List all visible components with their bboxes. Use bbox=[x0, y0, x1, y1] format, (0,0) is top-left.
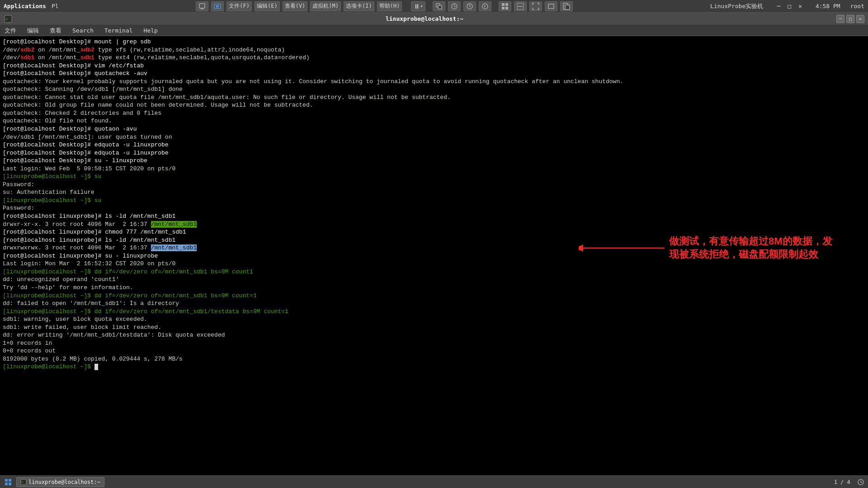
terminal-menu-bar: 文件 编辑 查看 Search Terminal Help bbox=[0, 25, 868, 36]
taskbar-terminal[interactable]: >_ linuxprobe@localhost:~ bbox=[16, 477, 104, 487]
menu-view[interactable]: 查看 bbox=[48, 27, 63, 35]
taskbar-start-icon[interactable] bbox=[4, 478, 13, 487]
edit-menu[interactable]: 编辑(E) bbox=[255, 1, 280, 11]
top-bar-right: LinuxProbe实验机 ─ □ ✕ 4:58 PM root bbox=[710, 2, 864, 10]
clock3-btn[interactable] bbox=[479, 1, 491, 11]
maximize-button[interactable]: □ bbox=[846, 15, 854, 23]
clock-btn[interactable] bbox=[448, 1, 461, 11]
user-display: root bbox=[850, 3, 864, 9]
time-display: 4:58 PM bbox=[816, 3, 840, 9]
minimize-button[interactable]: ─ bbox=[836, 15, 844, 23]
vm-menu[interactable]: 虚拟机(M) bbox=[310, 1, 341, 11]
grid-btn[interactable] bbox=[499, 1, 511, 11]
menu-help[interactable]: Help bbox=[142, 27, 160, 34]
taskbar-left: >_ linuxprobe@localhost:~ bbox=[4, 477, 104, 487]
terminal-window[interactable]: [root@localhost Desktop]# mount | grep s… bbox=[0, 36, 868, 475]
menu-search[interactable]: Search bbox=[71, 27, 95, 34]
menu-file[interactable]: 文件 bbox=[3, 27, 18, 35]
close-button[interactable]: ✕ bbox=[856, 15, 864, 23]
window-title: linuxprobe@localhost:~ bbox=[13, 15, 836, 22]
system-top-bar: Applications Pl 文件(F) 编辑(E) 查看(V) 虚拟机(M)… bbox=[0, 0, 868, 13]
vm-icon2[interactable] bbox=[211, 1, 224, 11]
svg-line-32 bbox=[861, 482, 862, 483]
svg-rect-11 bbox=[502, 3, 505, 6]
top-bar-toolbar: 文件(F) 编辑(E) 查看(V) 虚拟机(M) 选项卡(I) 帮助(H) ⏸ … bbox=[196, 1, 573, 11]
title-bar-icons: >_ bbox=[4, 14, 13, 23]
clock2-btn[interactable] bbox=[463, 1, 476, 11]
menu-edit[interactable]: 编辑 bbox=[25, 27, 41, 35]
taskbar-terminal-label: linuxprobe@localhost:~ bbox=[28, 479, 100, 485]
svg-rect-1 bbox=[201, 9, 203, 9]
window-close-small[interactable]: ✕ bbox=[798, 3, 802, 9]
svg-point-3 bbox=[216, 5, 219, 8]
svg-rect-5 bbox=[438, 5, 442, 9]
view-menu[interactable]: 查看(V) bbox=[283, 1, 308, 11]
taskbar: >_ linuxprobe@localhost:~ 1 / 4 bbox=[0, 475, 868, 488]
svg-text:>_: >_ bbox=[21, 480, 26, 484]
minus-btn[interactable] bbox=[514, 1, 527, 11]
svg-rect-17 bbox=[548, 4, 554, 9]
window-minimize-small[interactable]: ─ bbox=[777, 3, 780, 9]
svg-rect-14 bbox=[505, 7, 508, 9]
taskbar-right: 1 / 4 bbox=[834, 479, 864, 486]
places-menu[interactable]: Pl bbox=[52, 3, 59, 9]
menu-terminal[interactable]: Terminal bbox=[103, 27, 135, 34]
applications-menu[interactable]: Applications bbox=[4, 3, 46, 9]
svg-rect-24 bbox=[5, 479, 8, 482]
terminal-app-icon: >_ bbox=[4, 14, 13, 23]
window-controls: ─ □ ✕ bbox=[836, 15, 864, 23]
terminal-output: [root@localhost Desktop]# mount | grep s… bbox=[3, 38, 865, 371]
svg-rect-27 bbox=[9, 483, 11, 485]
vm-icon[interactable] bbox=[196, 1, 208, 11]
svg-rect-0 bbox=[199, 4, 205, 8]
svg-rect-19 bbox=[565, 5, 570, 9]
snap-btn[interactable] bbox=[433, 1, 445, 11]
tab-menu[interactable]: 选项卡(I) bbox=[344, 1, 374, 11]
page-indicator: 1 / 4 bbox=[834, 479, 850, 485]
svg-rect-12 bbox=[505, 3, 508, 6]
aspect-btn[interactable] bbox=[545, 1, 557, 11]
pause-btn[interactable]: ⏸ ▾ bbox=[411, 1, 425, 11]
help-menu[interactable]: 帮助(H) bbox=[377, 1, 402, 11]
svg-line-8 bbox=[454, 6, 456, 7]
window-restore-small[interactable]: □ bbox=[788, 3, 791, 9]
svg-text:>_: >_ bbox=[5, 17, 11, 22]
terminal-title-bar: >_ linuxprobe@localhost:~ ─ □ ✕ bbox=[0, 13, 868, 25]
machine-label: LinuxProbe实验机 bbox=[710, 2, 763, 10]
svg-rect-13 bbox=[502, 7, 505, 9]
svg-rect-26 bbox=[5, 483, 8, 485]
top-bar-left: Applications Pl bbox=[4, 3, 59, 9]
fullscreen-btn[interactable] bbox=[529, 1, 542, 11]
other-btn[interactable] bbox=[560, 1, 573, 11]
chinese-menu[interactable]: 文件(F) bbox=[226, 1, 252, 11]
svg-rect-25 bbox=[9, 479, 11, 482]
